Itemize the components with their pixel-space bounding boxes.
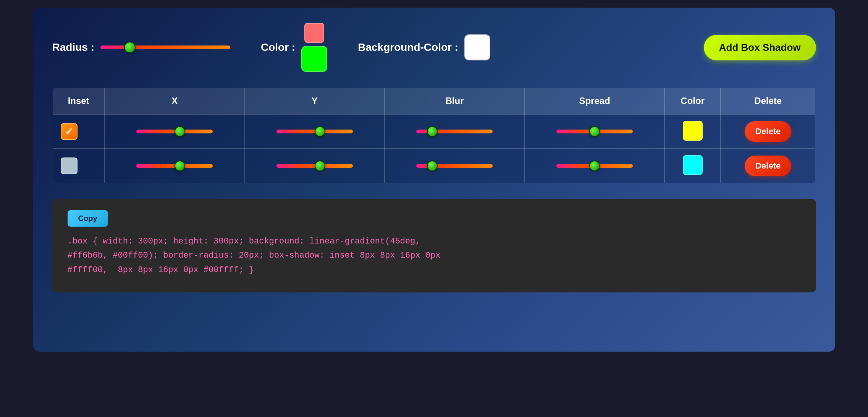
table-row: Delete xyxy=(53,149,816,183)
spread-slider-2[interactable] xyxy=(556,164,633,168)
cell-blur-2 xyxy=(385,149,525,183)
color-cell-1[interactable] xyxy=(683,121,703,141)
cell-blur-1 xyxy=(385,114,525,149)
cell-color-1 xyxy=(664,114,720,149)
blur-slider-2[interactable] xyxy=(416,164,493,168)
table-header-row: Inset X Y Blur Spread Color Delete xyxy=(53,88,816,114)
color-group: Color : xyxy=(261,23,327,72)
cell-delete-1: Delete xyxy=(721,114,816,149)
cell-spread-2 xyxy=(525,149,665,183)
delete-button-2[interactable]: Delete xyxy=(745,156,791,176)
col-header-y: Y xyxy=(245,88,385,114)
delete-button-1[interactable]: Delete xyxy=(745,121,791,142)
cell-inset-1 xyxy=(53,114,105,149)
spread-slider-1[interactable] xyxy=(556,130,633,133)
cell-inset-2 xyxy=(53,149,105,183)
code-panel: Copy .box { width: 300px; height: 300px;… xyxy=(52,199,816,292)
bg-color-label: Background-Color : xyxy=(358,41,458,54)
col-header-inset: Inset xyxy=(53,88,105,114)
color-swatch-primary[interactable] xyxy=(304,23,324,43)
cell-y-1 xyxy=(245,114,385,149)
app-container: Radius : Color : Background-Color : Add … xyxy=(33,8,835,352)
y-slider-2[interactable] xyxy=(276,164,353,168)
col-header-x: X xyxy=(105,88,245,114)
radius-label: Radius : xyxy=(52,41,94,54)
cell-x-1 xyxy=(105,114,245,149)
radius-group: Radius : xyxy=(52,41,230,54)
col-header-color: Color xyxy=(664,88,720,114)
col-header-blur: Blur xyxy=(385,88,525,114)
cell-y-2 xyxy=(245,149,385,183)
col-header-delete: Delete xyxy=(721,88,816,114)
bg-color-swatch[interactable] xyxy=(464,34,490,60)
color-cell-2[interactable] xyxy=(683,155,703,175)
color-label: Color : xyxy=(261,41,295,54)
shadow-table: Inset X Y Blur Spread Color Delete xyxy=(52,87,816,183)
blur-slider-1[interactable] xyxy=(416,130,493,133)
cell-delete-2: Delete xyxy=(721,149,816,183)
y-slider-1[interactable] xyxy=(276,130,353,133)
top-controls: Radius : Color : Background-Color : Add … xyxy=(52,23,816,72)
cell-x-2 xyxy=(105,149,245,183)
color-swatch-secondary[interactable] xyxy=(301,46,327,72)
inset-checkbox-1[interactable] xyxy=(61,123,78,140)
code-display: .box { width: 300px; height: 300px; back… xyxy=(68,234,801,277)
cell-spread-1 xyxy=(525,114,665,149)
col-header-spread: Spread xyxy=(525,88,665,114)
add-shadow-button[interactable]: Add Box Shadow xyxy=(704,35,816,60)
x-slider-1[interactable] xyxy=(136,130,213,133)
copy-button[interactable]: Copy xyxy=(68,210,108,227)
radius-slider[interactable] xyxy=(100,45,230,49)
table-row: Delete xyxy=(53,114,816,149)
cell-color-2 xyxy=(664,149,720,183)
bg-color-group: Background-Color : xyxy=(358,34,490,60)
x-slider-2[interactable] xyxy=(136,164,213,168)
inset-checkbox-2[interactable] xyxy=(61,157,78,174)
